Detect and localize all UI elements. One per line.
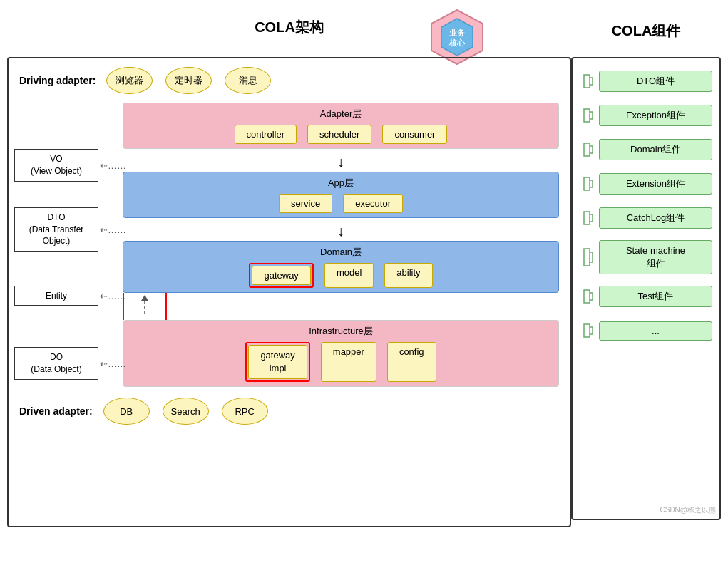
driven-adapter-label: Driven adapter: xyxy=(19,405,93,417)
infra-layer-title: Infrastructure层 xyxy=(130,325,551,338)
controller-box: controller xyxy=(235,125,297,144)
exception-component-box: Exception组件 xyxy=(599,105,712,126)
vo-label-box: VO(View Object) xyxy=(14,149,98,182)
more-component-box: ... xyxy=(599,321,712,341)
model-box: model xyxy=(324,263,374,288)
extension-component-row: Extension组件 xyxy=(583,172,712,196)
dto-label-row: DTO(Data TransferObject) ⇠…… xyxy=(14,197,126,262)
adapter-layer-boxes: controller scheduler consumer xyxy=(130,125,551,144)
vo-label-row: VO(View Object) ⇠…… xyxy=(14,137,126,194)
svg-marker-5 xyxy=(141,295,148,301)
svg-text:业务: 业务 xyxy=(449,29,466,37)
gateway-impl-highlight: gatewayimpl xyxy=(245,342,309,382)
domain-layer: Domain层 gateway model ability xyxy=(123,241,559,293)
ellipse-rpc: RPC xyxy=(222,398,268,425)
executor-box: executor xyxy=(343,194,403,213)
test-connector-icon xyxy=(583,284,599,309)
test-component-row: Test组件 xyxy=(583,284,712,309)
do-label-row: DO(Data Object) ⇠…… xyxy=(14,331,126,395)
dto-component-row: DTO组件 xyxy=(583,69,712,93)
scheduler-box: scheduler xyxy=(307,125,371,144)
domain-layer-boxes: gateway model ability xyxy=(130,263,551,288)
adapter-layer: Adapter层 controller scheduler consumer xyxy=(123,103,559,149)
svg-rect-10 xyxy=(584,109,590,122)
ellipse-db: DB xyxy=(103,398,150,425)
svg-rect-14 xyxy=(584,143,590,156)
driving-adapter-label: Driving adapter: xyxy=(19,75,96,86)
dto-connector-icon xyxy=(583,69,599,93)
dashed-up-arrow xyxy=(138,293,152,320)
app-layer-title: App层 xyxy=(130,177,551,190)
gateway-impl-box: gatewayimpl xyxy=(248,345,307,379)
svg-rect-26 xyxy=(584,249,590,266)
svg-text:核心: 核心 xyxy=(448,38,466,47)
vo-arrow: ⇠…… xyxy=(100,160,126,171)
arrow-app-to-domain: ↓ xyxy=(123,224,559,238)
do-arrow: ⇠…… xyxy=(100,358,126,369)
catchlog-component-box: CatchLog组件 xyxy=(599,207,712,229)
more-connector-icon xyxy=(583,319,599,343)
catchlog-component-row: CatchLog组件 xyxy=(583,206,712,230)
side-labels-container: VO(View Object) ⇠…… DTO(Data TransferObj… xyxy=(14,137,126,395)
driven-ellipses: DB Search RPC xyxy=(103,398,268,425)
architecture-box: Driving adapter: 浏览器 定时器 消息 VO(View Obje… xyxy=(7,57,571,527)
svg-rect-30 xyxy=(584,290,590,303)
dashed-arrow-svg xyxy=(138,295,152,315)
statemachine-component-box: State machine组件 xyxy=(599,240,712,274)
statemachine-connector-icon xyxy=(583,242,599,273)
domain-connector-icon xyxy=(583,138,599,162)
domain-component-box: Domain组件 xyxy=(599,139,712,160)
config-box: config xyxy=(387,342,436,382)
extension-connector-icon xyxy=(583,172,599,196)
extension-component-box: Extension组件 xyxy=(599,173,712,195)
ellipse-scheduler: 定时器 xyxy=(165,67,212,94)
dto-arrow: ⇠…… xyxy=(100,224,126,235)
svg-rect-22 xyxy=(584,212,590,224)
infra-layer: Infrastructure层 gatewayimpl mapper confi… xyxy=(123,320,559,387)
catchlog-connector-icon xyxy=(583,206,599,230)
ellipse-search: Search xyxy=(163,398,209,425)
app-layer: App层 service executor xyxy=(123,172,559,218)
test-component-box: Test组件 xyxy=(599,286,712,307)
main-container: 业务 核心 COLA架构 Driving adapter: 浏览器 定时器 消息 xyxy=(0,0,728,585)
svg-marker-1 xyxy=(441,19,473,56)
red-border-connector xyxy=(123,293,167,320)
gateway-highlight: gateway xyxy=(249,263,313,288)
components-box: DTO组件 Exception组件 xyxy=(571,57,721,520)
right-title: COLA组件 xyxy=(612,21,681,41)
ability-box: ability xyxy=(384,263,432,288)
infra-layer-boxes: gatewayimpl mapper config xyxy=(130,342,551,382)
entity-label-row: Entity ⇠…… xyxy=(14,267,126,324)
do-label-box: DO(Data Object) xyxy=(14,347,98,380)
dto-label-box: DTO(Data TransferObject) xyxy=(14,207,98,252)
app-layer-boxes: service executor xyxy=(130,194,551,213)
dto-component-box: DTO组件 xyxy=(599,71,712,92)
mapper-box: mapper xyxy=(321,342,376,382)
left-title: COLA架构 xyxy=(255,18,324,37)
svg-rect-6 xyxy=(584,75,590,88)
entity-label-box: Entity xyxy=(14,286,98,306)
svg-rect-18 xyxy=(584,177,590,190)
exception-component-row: Exception组件 xyxy=(583,103,712,128)
more-component-row: ... xyxy=(583,319,712,343)
gateway-box: gateway xyxy=(252,266,310,285)
right-section: COLA组件 DTO组件 Exce xyxy=(571,57,721,578)
exception-connector-icon xyxy=(583,103,599,128)
domain-layer-title: Domain层 xyxy=(130,246,551,259)
driving-ellipses: 浏览器 定时器 消息 xyxy=(106,67,271,94)
adapter-layer-title: Adapter层 xyxy=(130,108,551,120)
entity-arrow: ⇠…… xyxy=(100,291,126,301)
statemachine-component-row: State machine组件 xyxy=(583,240,712,274)
consumer-box: consumer xyxy=(382,125,447,144)
svg-rect-34 xyxy=(584,324,590,337)
dashed-arrow-area xyxy=(123,293,559,320)
service-box: service xyxy=(279,194,332,213)
driving-adapter-row: Driving adapter: 浏览器 定时器 消息 xyxy=(19,67,559,94)
arrow-adapter-to-app: ↓ xyxy=(123,155,559,169)
watermark: CSDN@栋之以墨 xyxy=(660,505,717,515)
ellipse-browser: 浏览器 xyxy=(106,67,153,94)
driven-adapter-row: Driven adapter: DB Search RPC xyxy=(19,398,559,425)
ellipse-message: 消息 xyxy=(225,67,271,94)
domain-component-row: Domain组件 xyxy=(583,138,712,162)
